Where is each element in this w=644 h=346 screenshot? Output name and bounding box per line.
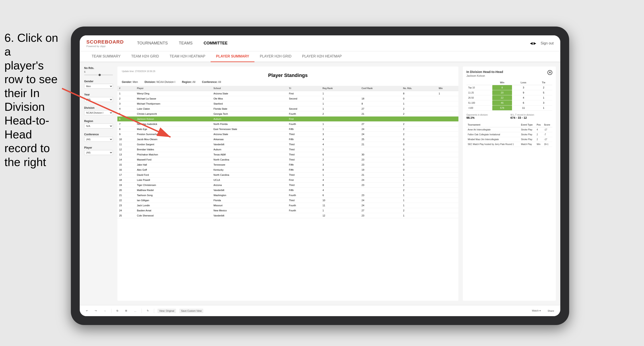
table-row[interactable]: 10 Jacob Mou-Olesen Arkansas Fifth 4 25 … <box>117 137 458 142</box>
col-pos: Pos <box>535 123 542 127</box>
cell-reg: 1 <box>321 147 360 152</box>
cell-reg: 6 <box>321 152 360 157</box>
filter-gender-select[interactable]: Men <box>84 84 113 89</box>
cell-win <box>437 106 458 111</box>
cell-conf: 24 <box>360 127 401 132</box>
filter-player-select[interactable]: (All) <box>84 150 113 155</box>
cell-conf <box>360 117 401 122</box>
paste-button[interactable]: ⊞ <box>123 308 129 313</box>
more-button[interactable]: … <box>132 309 138 313</box>
cell-school: Stanford <box>212 101 287 106</box>
table-row[interactable]: 4 Luke Claton Florida State Second 1 27 … <box>117 106 458 111</box>
table-row[interactable]: 18 Luke Powell UCLA First 4 24 1 <box>117 177 458 183</box>
cell-school: New Mexico <box>212 208 287 213</box>
cell-conf <box>360 188 401 193</box>
col-tournament: Tournament <box>466 123 520 127</box>
cell-player: Maxwell Ford <box>135 157 212 162</box>
h2h-row: Top 10 8 3 2 <box>466 85 552 90</box>
table-row[interactable]: 19 Tiger Christensen Arizona Third 8 23 … <box>117 183 458 188</box>
table-row[interactable]: 3 Michael Thorbjornsen Stanford 1 8 1 <box>117 101 458 106</box>
cell-school: North Carolina <box>212 173 287 177</box>
forward-button[interactable]: → <box>102 309 108 313</box>
filter-year-select[interactable]: (All) <box>84 97 113 102</box>
redo-button[interactable]: ↪ <box>93 308 98 313</box>
save-custom-view-button[interactable]: Save Custom View <box>180 309 204 313</box>
table-row[interactable]: 21 Taehoon Song Washington Fourth 6 23 1 <box>117 193 458 198</box>
h2h-table: Win Loss Tie Top 10 8 3 2 11-25 20 9 5 2… <box>466 80 552 111</box>
update-time: Update time: 27/03/2024 16:56:26 <box>122 70 454 72</box>
h2h-cell-rank: 11-25 <box>466 90 492 95</box>
filter-conference-select[interactable]: (All) <box>84 137 113 142</box>
col-event-type: Event Type <box>520 123 536 127</box>
table-row[interactable]: 14 Maxwell Ford North Carolina Third 2 2… <box>117 157 458 162</box>
cell-win <box>437 208 458 213</box>
subnav-team-summary[interactable]: TEAM SUMMARY <box>86 51 126 62</box>
cell-win <box>437 198 458 203</box>
cell-reg: 1 <box>321 208 360 213</box>
table-row[interactable]: 13 Phichaksn Maichon Texas A&M Third 6 3… <box>117 152 458 157</box>
cell-conf: 30 <box>360 152 401 157</box>
cell-conf: 24 <box>360 177 401 183</box>
cell-rds: 2 <box>401 183 437 188</box>
subnav-player-h2h-grid[interactable]: PLAYER H2H GRID <box>254 51 297 62</box>
cell-rds <box>401 117 437 122</box>
cell-school: Vanderbilt <box>212 213 287 218</box>
subnav-team-h2h-grid[interactable]: TEAM H2H GRID <box>126 51 164 62</box>
copy-button[interactable]: ⧉ <box>115 308 120 313</box>
view-original-button[interactable]: View: Original <box>158 309 176 313</box>
col-conf-rank: Conf Rank <box>360 86 401 91</box>
h2h-cell-loss: 11 <box>512 105 535 111</box>
table-row[interactable]: 11 Gordon Sargent Vanderbilt Third 4 21 … <box>117 142 458 147</box>
cell-school: Auburn <box>212 147 287 152</box>
logo-area: SCOREBOARD Powered by clippi <box>86 39 124 47</box>
cell-yr: Fourth <box>287 111 321 117</box>
table-row[interactable]: 23 Jack Lundin Missouri Fourth 11 24 1 <box>117 203 458 208</box>
h2h-close-button[interactable]: ✕ <box>548 70 552 75</box>
subnav-player-h2h-heatmap[interactable]: PLAYER H2H HEATMAP <box>297 51 347 62</box>
cell-school: Auburn <box>212 117 287 122</box>
h2h-col-win: Win <box>492 80 512 85</box>
table-row[interactable]: 20 Matthew Riedel Vanderbilt Fifth 4 2 <box>117 188 458 193</box>
col-score: Score <box>542 123 552 127</box>
cell-school: Florida <box>212 198 287 203</box>
cell-school: Tennessee <box>212 162 287 167</box>
table-row[interactable]: 25 Cole Sherwood Vanderbilt 12 23 1 <box>117 213 458 218</box>
tourn-cell-name: Mirabel Maui Jim Intercollegiate <box>466 137 520 142</box>
cell-reg: 1 <box>321 91 360 96</box>
table-row[interactable]: 2 Michael La Sasse Ole Miss Second 1 18 … <box>117 96 458 101</box>
table-row[interactable]: 7 Nicholas Gabrelick North Florida Fourt… <box>117 122 458 127</box>
table-row[interactable]: 22 Ian Gilligan Florida Third 10 24 1 <box>117 198 458 203</box>
table-row[interactable]: 17 David Ford North Carolina Third 1 21 … <box>117 173 458 177</box>
sign-out-button[interactable]: Sign out <box>540 41 554 45</box>
cell-conf: 23 <box>360 213 401 218</box>
table-row[interactable]: 9 Preston Summerhays Arizona State Third… <box>117 132 458 137</box>
cell-win: 1 <box>437 91 458 96</box>
table-row[interactable]: 6 Jackson Koivun Auburn First <box>117 117 458 122</box>
table-row[interactable]: 24 Bastien Amat New Mexico Fourth 1 27 2 <box>117 208 458 213</box>
filter-no-rds-slider[interactable] <box>84 74 113 75</box>
col-reg-rank: Reg Rank <box>321 86 360 91</box>
watch-button[interactable]: Watch ▾ <box>530 308 542 313</box>
filter-region-select[interactable]: N/A <box>84 124 113 129</box>
subnav-team-h2h-heatmap[interactable]: TEAM H2H HEATMAP <box>164 51 211 62</box>
cell-reg: 4 <box>321 177 360 183</box>
table-row[interactable]: 5 Christo Lamprecht Georgia Tech Fourth … <box>117 111 458 117</box>
subnav-player-summary[interactable]: PLAYER SUMMARY <box>210 51 254 62</box>
undo-button[interactable]: ↩ <box>84 308 90 313</box>
filter-division-select[interactable]: NCAA Division I <box>84 110 113 115</box>
standings-filters: Gender: Men Division: NCAA Division I Re… <box>122 80 454 84</box>
h2h-opponents-stat: Opponents in division: 98.1% <box>466 114 508 119</box>
h2h-player-name: Jackson Koivun <box>466 74 503 77</box>
refresh-button[interactable]: ↻ <box>145 308 150 313</box>
nav-tournaments[interactable]: TOURNAMENTS <box>137 40 168 47</box>
table-row[interactable]: 12 Brendan Valdes Auburn Third 1 0 <box>117 147 458 152</box>
nav-committee[interactable]: COMMITTEE <box>204 40 228 47</box>
cell-win <box>437 122 458 127</box>
share-button[interactable]: Share <box>546 309 556 313</box>
tourn-cell-type: Stroke Play <box>520 127 536 132</box>
table-row[interactable]: 16 Alex Goff Kentucky Fifth 8 19 0 <box>117 167 458 173</box>
table-row[interactable]: 8 Mats Ege East Tennessee State Fifth 1 … <box>117 127 458 132</box>
table-row[interactable]: 15 Jake Hall Tennessee Fifth 3 23 0 <box>117 162 458 167</box>
table-row[interactable]: 1 Wenyi Ding Arizona State First 1 8 1 <box>117 91 458 96</box>
nav-teams[interactable]: TEAMS <box>179 40 193 47</box>
